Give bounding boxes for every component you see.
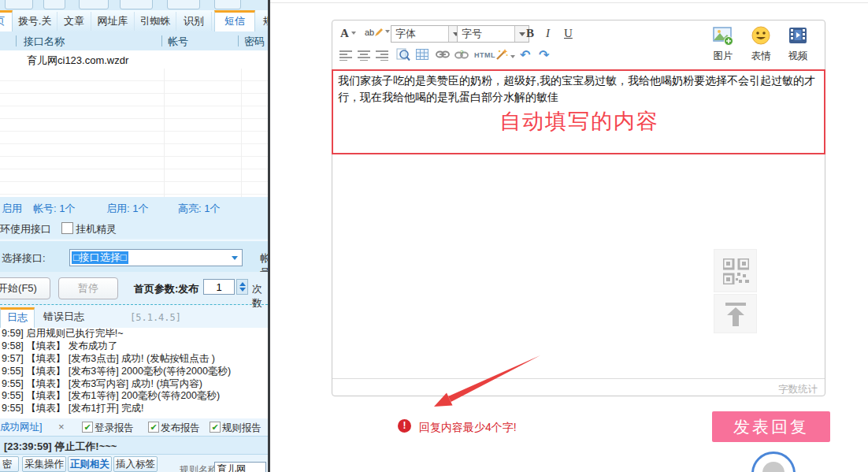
hangup-checkbox[interactable]: [61, 222, 73, 234]
insert-video-button[interactable]: 视频: [781, 24, 815, 65]
rich-text-editor: A ab 字体 字号 B I U ? HTML ↶ ↷ 图片 表情: [332, 20, 825, 396]
image-icon: [713, 25, 733, 46]
login-report-label: 登录报告: [95, 422, 134, 435]
tab-article[interactable]: 文章: [57, 12, 91, 31]
stat-enabled-label: 启用: [2, 202, 22, 216]
header-password: 密码: [244, 35, 265, 49]
stats-row: 启用 帐号: 1个 启用: 1个 高亮: 1个: [0, 197, 268, 217]
editor-footer-divider: [332, 378, 825, 379]
rule-name-label-cut: 规则名称: [180, 463, 217, 472]
cut-toolbar-button[interactable]: [5, 0, 33, 9]
italic-button[interactable]: I: [546, 27, 550, 40]
insert-table-button[interactable]: [416, 49, 428, 62]
align-left-button[interactable]: [339, 50, 352, 63]
font-color-button[interactable]: A: [340, 27, 356, 40]
floating-contact-button[interactable]: [751, 452, 796, 472]
encrypt-button-cut[interactable]: 密: [0, 456, 19, 472]
font-size-value: 字号: [462, 28, 482, 39]
options-row: 环使用接口 挂机精灵: [0, 217, 268, 239]
emoticon-button-label: 表情: [744, 50, 778, 63]
video-icon: [788, 25, 808, 46]
times-label-cut: 次数: [252, 282, 268, 310]
log-line: 9:55] 【填表】 [发布1等待] 200毫秒(等待200毫秒): [0, 390, 268, 403]
select-interface-label: 选择接口:: [2, 251, 46, 266]
editor-content-area[interactable]: 我们家孩子吃的是美赞臣的奶粉，超级好,我的宝宝易过敏，我给他喝奶粉要选择不会引起…: [338, 72, 820, 106]
annotation-label: 自动填写的内容: [332, 107, 826, 136]
font-size-select[interactable]: 字号: [457, 25, 529, 43]
collect-ops-button[interactable]: 采集操作: [22, 456, 66, 472]
report-options-bar: 成功网址] × ✔ 登录报告 ✔ 发布报告 ✔ 规则报告: [0, 418, 268, 436]
cut-toolbar-button[interactable]: [167, 0, 200, 9]
cut-toolbar-button[interactable]: [43, 0, 65, 9]
pause-button[interactable]: 暂停: [58, 277, 118, 299]
upload-arrow-icon: [724, 303, 747, 326]
highlight-button[interactable]: ab: [365, 28, 390, 37]
control-buttons-row: 开始(F5) 暂停 首页参数:发布 次数: [0, 272, 268, 305]
tab-page[interactable]: 页: [0, 10, 13, 32]
cut-toolbar-button[interactable]: [120, 0, 153, 9]
close-icon[interactable]: ×: [58, 421, 65, 433]
redo-button[interactable]: ↷: [539, 47, 549, 62]
rule-report-checkbox[interactable]: ✔: [210, 422, 221, 433]
insert-image-button[interactable]: 图片: [706, 24, 740, 65]
log-line: 9:55] 【填表】 [发布3写内容] 成功! (填写内容): [0, 378, 268, 391]
align-right-button[interactable]: [376, 50, 388, 63]
underline-button[interactable]: U: [564, 27, 573, 40]
tab-spider[interactable]: 引蜘蛛: [135, 12, 176, 31]
unlink-icon: ?: [454, 50, 469, 60]
log-line: 9:59] 启用规则已执行完毕!~: [0, 328, 268, 340]
start-button[interactable]: 开始(F5): [0, 277, 50, 299]
svg-text:?: ?: [460, 50, 464, 56]
interface-select-dropdown[interactable]: □接口选择□: [69, 249, 243, 266]
insert-link-button[interactable]: [436, 50, 450, 61]
post-reply-button[interactable]: 发表回复: [712, 411, 830, 442]
interface-list-area[interactable]: [0, 69, 268, 197]
tab-cut[interactable]: 规: [260, 12, 268, 31]
align-center-icon: [358, 50, 370, 61]
qr-code-button[interactable]: [714, 249, 757, 292]
tab-dialup[interactable]: 拨号.关: [13, 12, 57, 31]
tab-log[interactable]: 日志: [0, 307, 35, 329]
tab-identify[interactable]: 识别: [176, 12, 212, 31]
chevron-down-icon: [232, 256, 238, 260]
stat-highlight: 高亮: 1个: [178, 202, 220, 216]
bold-button[interactable]: B: [526, 27, 534, 40]
rule-report-label: 规则报告: [222, 422, 262, 435]
tab-sms[interactable]: 短信: [214, 10, 255, 32]
top-toolbar-strip: [0, 0, 268, 11]
font-family-select[interactable]: 字体: [391, 25, 463, 43]
publish-report-label: 发布报告: [161, 422, 200, 435]
tab-urllib[interactable]: 网址库: [91, 12, 135, 31]
count-spinner[interactable]: [236, 279, 248, 295]
magic-clean-button[interactable]: [495, 48, 515, 63]
status-text: [23:39:59] 停止工作!~~~: [4, 440, 117, 454]
preview-button[interactable]: [396, 48, 410, 64]
align-right-icon: [376, 50, 388, 61]
undo-button[interactable]: ↶: [520, 47, 530, 62]
interface-list-row[interactable]: 育儿网ci123.com.wzdr: [0, 50, 268, 69]
log-line: 9:55] 【填表】 [发布3等待] 2000毫秒(等待2000毫秒): [0, 366, 268, 378]
publish-report-checkbox[interactable]: ✔: [148, 422, 159, 433]
cut-toolbar-button[interactable]: [79, 0, 109, 9]
interface-select-value: □接口选择□: [72, 251, 128, 264]
regex-button[interactable]: 正则相关: [68, 456, 112, 472]
insert-emoticon-button[interactable]: 表情: [744, 24, 778, 65]
log-output-area[interactable]: 9:59] 启用规则已执行完毕!~ 9:58] 【填表】 发布成功了 9:57]…: [0, 328, 268, 418]
insert-tag-button[interactable]: 插入标签: [113, 456, 158, 472]
log-line: 9:55] 【填表】 [发布1打开] 完成!: [0, 403, 268, 415]
pencil-icon: [374, 28, 383, 37]
publish-count-input[interactable]: [203, 279, 235, 295]
html-source-button[interactable]: HTML: [474, 51, 495, 59]
tab-error-log[interactable]: 错误日志: [35, 307, 93, 327]
magnifier-icon: [396, 48, 410, 61]
header-account: 帐号: [168, 35, 188, 49]
cut-toolbar-button[interactable]: [214, 0, 241, 9]
success-url-link[interactable]: 成功网址]: [0, 421, 42, 434]
align-center-button[interactable]: [358, 50, 370, 63]
video-button-label: 视频: [781, 50, 815, 63]
remove-link-button[interactable]: ?: [454, 50, 469, 62]
link-icon: [436, 50, 450, 59]
rule-select-cut[interactable]: 育儿网: [214, 462, 266, 472]
upload-button[interactable]: [714, 294, 757, 333]
login-report-checkbox[interactable]: ✔: [82, 422, 93, 433]
